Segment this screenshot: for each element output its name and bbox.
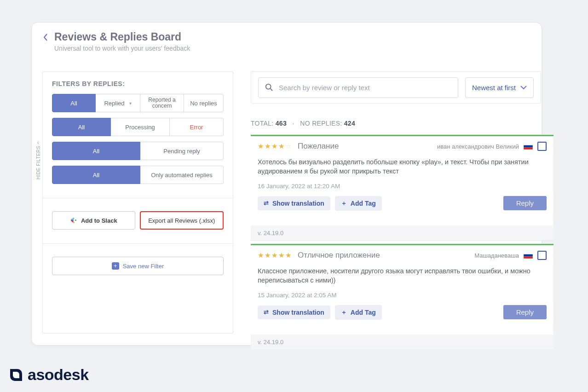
totals-bar: TOTAL: 463 · NO REPLIES: 424 [251, 120, 355, 127]
sort-dropdown[interactable]: Newest at first [465, 77, 534, 98]
review-title: Отличное приложение [298, 251, 380, 260]
filter-row-auto: All Only automated replies [52, 166, 224, 184]
plus-icon: + [112, 262, 119, 270]
star-icon: ★ [278, 251, 284, 259]
reviews-toolbar: Search by review or reply text Newest at… [251, 71, 541, 104]
search-input[interactable]: Search by review or reply text [258, 77, 458, 98]
filter-reported[interactable]: Reported a concern [140, 94, 184, 112]
review-header: ★★★★★ Отличное приложение Машаданеваша [258, 251, 547, 260]
translate-icon: ⇄ [264, 200, 269, 207]
star-icon: ★ [271, 251, 277, 259]
noreply-label: NO REPLIES: [300, 120, 344, 127]
add-to-slack-button[interactable]: Add to Slack [52, 211, 135, 230]
flag-ru-icon [524, 143, 533, 150]
search-icon [265, 83, 273, 92]
filter-pending[interactable]: Pending reply [140, 142, 224, 160]
show-translation-button[interactable]: ⇄ Show translation [258, 196, 330, 210]
star-icon: ☆ [285, 142, 291, 150]
page-header: Reviews & Replies Board Universal tool t… [32, 23, 542, 52]
chevron-down-icon [520, 84, 527, 91]
add-tag-label: Add Tag [351, 200, 376, 207]
search-placeholder: Search by review or reply text [279, 84, 370, 92]
brand-mark-icon [10, 369, 22, 381]
filter-all-2[interactable]: All [52, 118, 111, 136]
review-body: Классное приложение, носители другого яз… [258, 266, 547, 285]
svg-rect-7 [524, 254, 533, 257]
chevron-left-icon: ‹ [37, 139, 40, 146]
export-reviews-label: Export all Reviews (.xlsx) [148, 217, 215, 224]
totals-sep: · [288, 120, 298, 127]
translate-icon: ⇄ [264, 309, 269, 316]
brand-name: asodesk [28, 366, 89, 384]
review-card: ★★★★☆ Пожелание иван александрович Велик… [251, 135, 553, 241]
export-reviews-button[interactable]: Export all Reviews (.xlsx) [140, 211, 224, 230]
sort-label: Newest at first [472, 84, 516, 92]
page-subtitle: Universal tool to work with your users' … [54, 45, 190, 52]
plus-icon: ＋ [341, 199, 347, 208]
filter-all-3[interactable]: All [52, 142, 140, 160]
star-rating: ★★★★☆ [258, 142, 291, 150]
chevron-down-icon: ▾ [129, 101, 132, 106]
review-version: v. 24.19.0 [251, 225, 553, 240]
add-tag-button[interactable]: ＋ Add Tag [335, 196, 382, 211]
review-card: ★★★★★ Отличное приложение Машаданеваша К… [251, 244, 553, 349]
filters-heading: FILTERS BY REPLIES: [52, 80, 224, 87]
noreply-value: 424 [344, 120, 355, 127]
filter-all-4[interactable]: All [52, 166, 140, 184]
slack-icon [70, 217, 77, 224]
svg-point-0 [266, 84, 271, 89]
total-value: 463 [276, 120, 287, 127]
add-tag-button[interactable]: ＋ Add Tag [335, 305, 382, 320]
review-author: Машаданеваша [474, 252, 519, 259]
star-icon: ★ [258, 251, 264, 259]
filter-row-processing: All Processing Error [52, 118, 224, 136]
review-body: Хотелось бы визуально разделить побольше… [258, 157, 547, 176]
star-icon: ★ [265, 142, 271, 150]
filter-row-reply-status: All Replied ▾ Reported a concern No repl… [52, 94, 224, 112]
divider [43, 198, 233, 198]
back-chevron-icon[interactable] [43, 31, 48, 43]
filter-auto[interactable]: Only automated replies [140, 166, 224, 184]
filter-all[interactable]: All [52, 94, 96, 112]
svg-rect-3 [524, 145, 533, 148]
svg-rect-8 [524, 256, 533, 259]
filter-replied[interactable]: Replied ▾ [96, 94, 140, 112]
filter-replied-label: Replied [104, 100, 124, 107]
reply-button[interactable]: Reply [503, 305, 547, 319]
filter-processing[interactable]: Processing [111, 118, 170, 136]
filters-panel: FILTERS BY REPLIES: All Replied ▾ Report… [42, 71, 233, 334]
page-title: Reviews & Replies Board [54, 31, 190, 43]
save-filter-button[interactable]: + Save new Filter [52, 257, 224, 275]
star-icon: ★ [285, 251, 291, 259]
star-icon: ★ [265, 251, 271, 259]
show-translation-label: Show translation [272, 200, 324, 207]
review-actions: ⇄ Show translation ＋ Add Tag Reply [258, 305, 547, 320]
svg-rect-4 [524, 147, 533, 150]
reply-button[interactable]: Reply [503, 196, 547, 210]
select-review-checkbox[interactable] [537, 251, 547, 260]
star-icon: ★ [271, 142, 277, 150]
flag-ru-icon [524, 252, 533, 259]
review-author: иван александрович Великий [437, 143, 519, 150]
hide-filters-toggle[interactable]: HIDE FILTERS ‹ [35, 141, 41, 179]
review-date: 16 January, 2022 at 12:20 AM [258, 183, 547, 190]
star-icon: ★ [258, 142, 264, 150]
plus-icon: ＋ [341, 308, 347, 317]
filter-error[interactable]: Error [170, 118, 224, 136]
divider [43, 243, 233, 244]
svg-line-1 [271, 89, 273, 91]
add-tag-label: Add Tag [351, 309, 376, 316]
review-header: ★★★★☆ Пожелание иван александрович Велик… [258, 142, 547, 151]
select-review-checkbox[interactable] [537, 142, 547, 151]
review-title: Пожелание [298, 142, 339, 151]
review-version: v. 24.19.0 [251, 334, 553, 349]
total-label: TOTAL: [251, 120, 276, 127]
review-date: 15 January, 2022 at 2:05 AM [258, 292, 547, 299]
brand-logo: asodesk [10, 366, 89, 384]
show-translation-button[interactable]: ⇄ Show translation [258, 306, 330, 319]
review-actions: ⇄ Show translation ＋ Add Tag Reply [258, 196, 547, 211]
hide-filters-label: HIDE FILTERS [36, 146, 41, 179]
show-translation-label: Show translation [272, 309, 324, 316]
filter-no-replies[interactable]: No replies [184, 94, 224, 112]
star-rating: ★★★★★ [258, 251, 291, 259]
